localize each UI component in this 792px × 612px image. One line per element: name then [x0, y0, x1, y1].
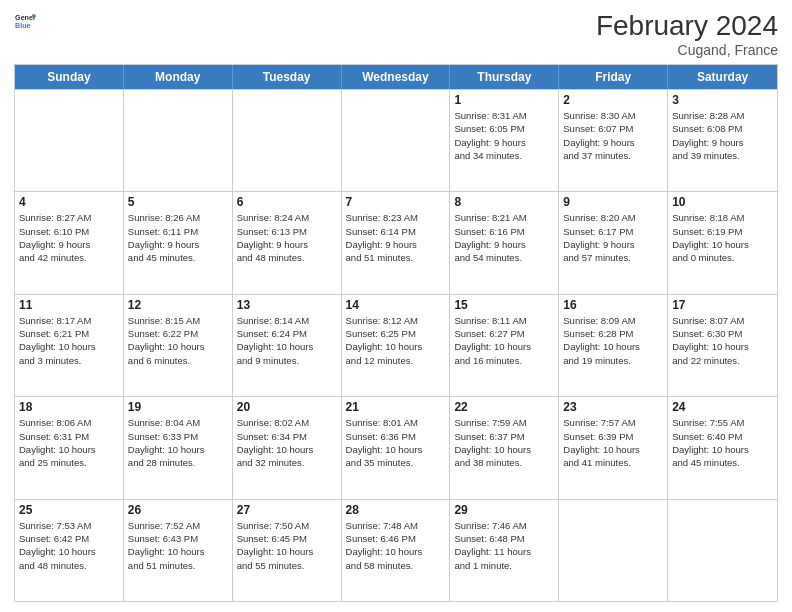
day-info: Sunrise: 8:26 AM Sunset: 6:11 PM Dayligh…	[128, 211, 228, 264]
calendar-cell: 4Sunrise: 8:27 AM Sunset: 6:10 PM Daylig…	[15, 192, 124, 293]
day-number: 29	[454, 503, 554, 517]
calendar-cell: 13Sunrise: 8:14 AM Sunset: 6:24 PM Dayli…	[233, 295, 342, 396]
day-info: Sunrise: 7:55 AM Sunset: 6:40 PM Dayligh…	[672, 416, 773, 469]
day-info: Sunrise: 8:01 AM Sunset: 6:36 PM Dayligh…	[346, 416, 446, 469]
day-number: 18	[19, 400, 119, 414]
day-number: 14	[346, 298, 446, 312]
weekday-header: Wednesday	[342, 65, 451, 89]
day-number: 16	[563, 298, 663, 312]
calendar: SundayMondayTuesdayWednesdayThursdayFrid…	[14, 64, 778, 602]
calendar-cell	[342, 90, 451, 191]
day-info: Sunrise: 7:52 AM Sunset: 6:43 PM Dayligh…	[128, 519, 228, 572]
day-number: 15	[454, 298, 554, 312]
calendar-row: 4Sunrise: 8:27 AM Sunset: 6:10 PM Daylig…	[15, 191, 777, 293]
day-info: Sunrise: 8:09 AM Sunset: 6:28 PM Dayligh…	[563, 314, 663, 367]
day-info: Sunrise: 8:21 AM Sunset: 6:16 PM Dayligh…	[454, 211, 554, 264]
calendar-cell: 16Sunrise: 8:09 AM Sunset: 6:28 PM Dayli…	[559, 295, 668, 396]
day-number: 23	[563, 400, 663, 414]
day-info: Sunrise: 7:48 AM Sunset: 6:46 PM Dayligh…	[346, 519, 446, 572]
calendar-cell	[233, 90, 342, 191]
month-year: February 2024	[596, 10, 778, 42]
day-info: Sunrise: 8:28 AM Sunset: 6:08 PM Dayligh…	[672, 109, 773, 162]
day-info: Sunrise: 8:24 AM Sunset: 6:13 PM Dayligh…	[237, 211, 337, 264]
calendar-cell: 8Sunrise: 8:21 AM Sunset: 6:16 PM Daylig…	[450, 192, 559, 293]
day-info: Sunrise: 8:31 AM Sunset: 6:05 PM Dayligh…	[454, 109, 554, 162]
day-number: 12	[128, 298, 228, 312]
day-number: 3	[672, 93, 773, 107]
day-number: 6	[237, 195, 337, 209]
calendar-header: SundayMondayTuesdayWednesdayThursdayFrid…	[15, 65, 777, 89]
day-info: Sunrise: 8:04 AM Sunset: 6:33 PM Dayligh…	[128, 416, 228, 469]
calendar-cell: 29Sunrise: 7:46 AM Sunset: 6:48 PM Dayli…	[450, 500, 559, 601]
calendar-cell: 28Sunrise: 7:48 AM Sunset: 6:46 PM Dayli…	[342, 500, 451, 601]
day-number: 4	[19, 195, 119, 209]
calendar-row: 25Sunrise: 7:53 AM Sunset: 6:42 PM Dayli…	[15, 499, 777, 601]
calendar-cell: 27Sunrise: 7:50 AM Sunset: 6:45 PM Dayli…	[233, 500, 342, 601]
day-number: 27	[237, 503, 337, 517]
calendar-cell: 15Sunrise: 8:11 AM Sunset: 6:27 PM Dayli…	[450, 295, 559, 396]
calendar-row: 1Sunrise: 8:31 AM Sunset: 6:05 PM Daylig…	[15, 89, 777, 191]
weekday-header: Monday	[124, 65, 233, 89]
day-info: Sunrise: 8:17 AM Sunset: 6:21 PM Dayligh…	[19, 314, 119, 367]
day-number: 13	[237, 298, 337, 312]
calendar-cell: 24Sunrise: 7:55 AM Sunset: 6:40 PM Dayli…	[668, 397, 777, 498]
title-block: February 2024 Cugand, France	[596, 10, 778, 58]
calendar-row: 18Sunrise: 8:06 AM Sunset: 6:31 PM Dayli…	[15, 396, 777, 498]
day-info: Sunrise: 8:18 AM Sunset: 6:19 PM Dayligh…	[672, 211, 773, 264]
calendar-cell	[124, 90, 233, 191]
calendar-cell	[15, 90, 124, 191]
location: Cugand, France	[596, 42, 778, 58]
day-number: 22	[454, 400, 554, 414]
weekday-header: Tuesday	[233, 65, 342, 89]
day-info: Sunrise: 7:53 AM Sunset: 6:42 PM Dayligh…	[19, 519, 119, 572]
calendar-cell: 26Sunrise: 7:52 AM Sunset: 6:43 PM Dayli…	[124, 500, 233, 601]
calendar-cell: 23Sunrise: 7:57 AM Sunset: 6:39 PM Dayli…	[559, 397, 668, 498]
calendar-cell: 9Sunrise: 8:20 AM Sunset: 6:17 PM Daylig…	[559, 192, 668, 293]
calendar-cell: 11Sunrise: 8:17 AM Sunset: 6:21 PM Dayli…	[15, 295, 124, 396]
page-header: General Blue February 2024 Cugand, Franc…	[14, 10, 778, 58]
calendar-cell: 20Sunrise: 8:02 AM Sunset: 6:34 PM Dayli…	[233, 397, 342, 498]
day-number: 8	[454, 195, 554, 209]
day-info: Sunrise: 8:14 AM Sunset: 6:24 PM Dayligh…	[237, 314, 337, 367]
day-info: Sunrise: 8:20 AM Sunset: 6:17 PM Dayligh…	[563, 211, 663, 264]
day-info: Sunrise: 7:50 AM Sunset: 6:45 PM Dayligh…	[237, 519, 337, 572]
day-info: Sunrise: 8:07 AM Sunset: 6:30 PM Dayligh…	[672, 314, 773, 367]
day-info: Sunrise: 7:59 AM Sunset: 6:37 PM Dayligh…	[454, 416, 554, 469]
weekday-header: Sunday	[15, 65, 124, 89]
day-info: Sunrise: 8:30 AM Sunset: 6:07 PM Dayligh…	[563, 109, 663, 162]
weekday-header: Saturday	[668, 65, 777, 89]
calendar-cell: 3Sunrise: 8:28 AM Sunset: 6:08 PM Daylig…	[668, 90, 777, 191]
day-info: Sunrise: 7:57 AM Sunset: 6:39 PM Dayligh…	[563, 416, 663, 469]
day-number: 7	[346, 195, 446, 209]
day-number: 5	[128, 195, 228, 209]
svg-text:Blue: Blue	[15, 22, 31, 30]
day-number: 11	[19, 298, 119, 312]
day-info: Sunrise: 8:23 AM Sunset: 6:14 PM Dayligh…	[346, 211, 446, 264]
day-info: Sunrise: 8:11 AM Sunset: 6:27 PM Dayligh…	[454, 314, 554, 367]
day-number: 21	[346, 400, 446, 414]
logo-icon: General Blue	[14, 10, 36, 32]
calendar-cell: 12Sunrise: 8:15 AM Sunset: 6:22 PM Dayli…	[124, 295, 233, 396]
calendar-cell: 19Sunrise: 8:04 AM Sunset: 6:33 PM Dayli…	[124, 397, 233, 498]
calendar-body: 1Sunrise: 8:31 AM Sunset: 6:05 PM Daylig…	[15, 89, 777, 601]
day-number: 25	[19, 503, 119, 517]
day-info: Sunrise: 8:27 AM Sunset: 6:10 PM Dayligh…	[19, 211, 119, 264]
weekday-header: Friday	[559, 65, 668, 89]
calendar-cell: 21Sunrise: 8:01 AM Sunset: 6:36 PM Dayli…	[342, 397, 451, 498]
calendar-cell: 10Sunrise: 8:18 AM Sunset: 6:19 PM Dayli…	[668, 192, 777, 293]
day-number: 24	[672, 400, 773, 414]
calendar-cell: 14Sunrise: 8:12 AM Sunset: 6:25 PM Dayli…	[342, 295, 451, 396]
calendar-cell: 17Sunrise: 8:07 AM Sunset: 6:30 PM Dayli…	[668, 295, 777, 396]
calendar-cell: 18Sunrise: 8:06 AM Sunset: 6:31 PM Dayli…	[15, 397, 124, 498]
day-number: 1	[454, 93, 554, 107]
calendar-cell: 6Sunrise: 8:24 AM Sunset: 6:13 PM Daylig…	[233, 192, 342, 293]
day-info: Sunrise: 8:06 AM Sunset: 6:31 PM Dayligh…	[19, 416, 119, 469]
day-number: 28	[346, 503, 446, 517]
day-number: 19	[128, 400, 228, 414]
day-number: 9	[563, 195, 663, 209]
calendar-row: 11Sunrise: 8:17 AM Sunset: 6:21 PM Dayli…	[15, 294, 777, 396]
calendar-cell: 1Sunrise: 8:31 AM Sunset: 6:05 PM Daylig…	[450, 90, 559, 191]
day-info: Sunrise: 7:46 AM Sunset: 6:48 PM Dayligh…	[454, 519, 554, 572]
day-number: 17	[672, 298, 773, 312]
day-number: 2	[563, 93, 663, 107]
